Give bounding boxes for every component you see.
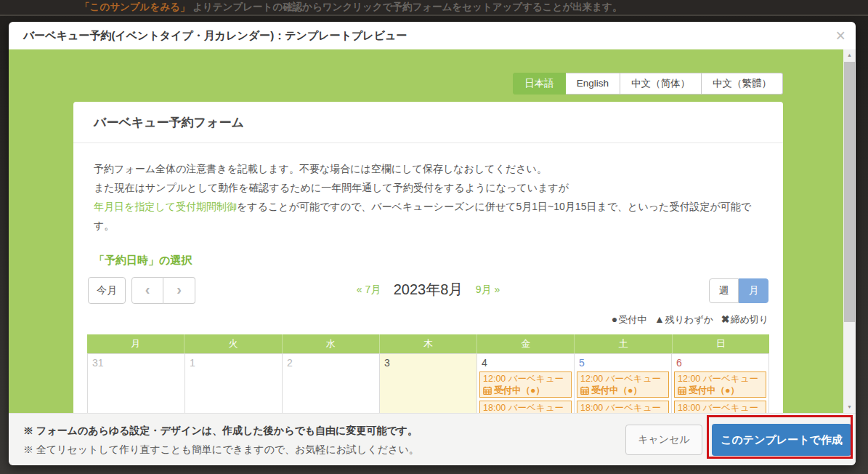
month-calendar: 月 火 水 木 金 土 日 31 1 2 (87, 334, 769, 413)
scroll-up-icon[interactable]: ▲ (843, 49, 856, 61)
template-preview-modal: バーベキュー予約(イベントタイプ・月カレンダー)：テンプレートプレビュー × 日… (9, 22, 856, 465)
event-time-title: 12:00 バーベキュー (678, 373, 763, 385)
day-cell-6[interactable]: 6 12:00 バーベキュー 受付中（●） 18:00 バーベキュー 受付中（●… (672, 354, 769, 413)
weekday-tuesday: 火 (184, 334, 282, 353)
modal-body: 日本語 English 中文（简体） 中文（繁體） バーベキュー予約フォーム 予… (9, 49, 856, 413)
legend-closed: ✖締め切り (721, 314, 768, 325)
week-view-button[interactable]: 週 (709, 278, 739, 303)
day-cell-3-today[interactable]: 3 (380, 354, 477, 413)
form-title-bar: バーベキュー予約フォーム (73, 102, 783, 143)
calendar-event[interactable]: 12:00 バーベキュー 受付中（●） (674, 371, 766, 398)
footer-notes: ※ フォームのあらゆる設定・デザインは、作成した後からでも自由に変更可能です。 … (23, 421, 419, 459)
event-status: 受付中（●） (591, 385, 642, 396)
event-time-title: 12:00 バーベキュー (580, 373, 665, 385)
description-line-3: 年月日を指定して受付期間制御をすることが可能ですので、バーベキューシーズンに併せ… (94, 197, 763, 235)
day-cell-31[interactable]: 31 (88, 354, 185, 413)
status-legend: ●受付中 ▲残りわずか ✖締め切り (88, 311, 768, 327)
weekday-header-row: 月 火 水 木 金 土 日 (87, 334, 769, 353)
tab-chinese-simplified[interactable]: 中文（简体） (620, 73, 702, 95)
calendar-icon (483, 386, 492, 395)
modal-scrollbar[interactable]: ▲ ▼ (843, 49, 856, 413)
calendar-event[interactable]: 18:00 バーベキュー 受付中（●） (577, 401, 669, 413)
form-title: バーベキュー予約フォーム (94, 114, 763, 131)
legend-few-left: ▲残りわずか (654, 314, 713, 325)
weekday-wednesday: 水 (283, 334, 380, 353)
modal-footer: ※ フォームのあらゆる設定・デザインは、作成した後からでも自由に変更可能です。 … (9, 413, 856, 465)
description-line-1: 予約フォーム全体の注意書きを記載します。不要な場合には空欄にして保存しなおしてく… (94, 159, 763, 178)
modal-title: バーベキュー予約(イベントタイプ・月カレンダー)：テンプレートプレビュー (23, 29, 407, 43)
calendar-event[interactable]: 18:00 バーベキュー 受付中（●） (479, 401, 572, 413)
date-number: 3 (380, 354, 476, 371)
tab-chinese-traditional[interactable]: 中文（繁體） (702, 73, 783, 95)
background-plain-text: よりテンプレートの確認からワンクリックで予約フォームをセットアップすることが出来… (192, 1, 622, 12)
weekday-sunday: 日 (673, 334, 769, 353)
x-mark-icon: ✖ (721, 313, 730, 325)
datetime-section-title: 「予約日時」の選択 (94, 254, 763, 268)
cancel-button[interactable]: キャンセル (625, 425, 702, 455)
calendar-icon (580, 386, 589, 395)
weekday-thursday: 木 (380, 334, 477, 353)
weekday-friday: 金 (477, 334, 575, 353)
period-control-link[interactable]: 年月日を指定して受付期間制御 (94, 201, 237, 212)
date-number: 2 (283, 354, 379, 371)
modal-header: バーベキュー予約(イベントタイプ・月カレンダー)：テンプレートプレビュー × (9, 22, 856, 49)
month-view-button[interactable]: 月 (739, 278, 768, 303)
day-cell-1[interactable]: 1 (185, 354, 283, 413)
triangle-icon: ▲ (654, 313, 665, 325)
tab-english[interactable]: English (566, 73, 620, 95)
create-template-button[interactable]: このテンプレートで作成 (712, 424, 851, 456)
date-number: 4 (477, 354, 574, 371)
current-month-label: 2023年8月 (394, 281, 463, 297)
legend-open-label: 受付中 (618, 314, 646, 325)
background-link-text: 「このサンプルをみる」 (80, 1, 190, 12)
form-description: 予約フォーム全体の注意書きを記載します。不要な場合には空欄にして保存しなおしてく… (73, 143, 783, 235)
prev-month-link[interactable]: « 7月 (357, 284, 381, 295)
date-number: 1 (185, 354, 282, 371)
event-time-title: 18:00 バーベキュー (678, 402, 763, 413)
day-cell-5[interactable]: 5 12:00 バーベキュー 受付中（●） 18:00 バーベキュー 受付中（●… (575, 354, 672, 413)
calendar-event[interactable]: 18:00 バーベキュー 受付中（●） (674, 401, 766, 413)
legend-closed-label: 締め切り (730, 314, 768, 325)
calendar-icon (678, 386, 686, 395)
legend-few-left-label: 残りわずか (665, 314, 713, 325)
calendar-week-row: 31 1 2 3 4 12:00 バーベキュー (87, 353, 769, 413)
circle-icon: ● (612, 313, 617, 325)
day-cell-2[interactable]: 2 (283, 354, 380, 413)
date-number: 31 (88, 354, 184, 371)
date-number: 5 (575, 354, 671, 371)
scrollbar-thumb[interactable] (844, 62, 855, 322)
weekday-saturday: 土 (575, 334, 672, 353)
close-icon[interactable]: × (836, 25, 845, 47)
event-status: 受付中（●） (494, 385, 545, 396)
event-time-title: 18:00 バーベキュー (483, 402, 568, 413)
description-line-2: また現在はサンプルとして動作を確認するために一年間年通して予約受付をするようにな… (94, 178, 763, 197)
footer-note-2: ※ 全てリセットして作り直すことも簡単にできますので、お気軽にお試しください。 (23, 440, 419, 459)
date-number: 6 (672, 354, 768, 371)
view-toggle: 週 月 (709, 278, 768, 303)
event-time-title: 12:00 バーベキュー (483, 373, 568, 385)
calendar-event[interactable]: 12:00 バーベキュー 受付中（●） (577, 371, 669, 398)
event-time-title: 18:00 バーベキュー (580, 402, 665, 413)
month-navigation: « 7月 2023年8月 9月 » (88, 280, 768, 300)
footer-note-1: ※ フォームのあらゆる設定・デザインは、作成した後からでも自由に変更可能です。 (23, 421, 419, 440)
calendar-controls: 今月 ‹ › « 7月 2023年8月 9月 » 週 月 (88, 277, 768, 305)
background-page-text: 「このサンプルをみる」 よりテンプレートの確認からワンクリックで予約フォームをセ… (0, 0, 868, 16)
day-cell-4[interactable]: 4 12:00 バーベキュー 受付中（●） 18:00 バーベキュー 受付中（●… (477, 354, 575, 413)
event-status: 受付中（●） (689, 385, 739, 396)
form-preview-card: バーベキュー予約フォーム 予約フォーム全体の注意書きを記載します。不要な場合には… (73, 102, 783, 413)
calendar-event[interactable]: 12:00 バーベキュー 受付中（●） (479, 371, 572, 398)
next-month-link[interactable]: 9月 » (476, 284, 500, 295)
language-tab-group: 日本語 English 中文（简体） 中文（繁體） (513, 73, 783, 95)
tab-japanese[interactable]: 日本語 (513, 73, 566, 95)
scroll-down-icon[interactable]: ▼ (843, 401, 856, 413)
legend-open: ●受付中 (612, 314, 646, 325)
weekday-monday: 月 (87, 334, 184, 353)
